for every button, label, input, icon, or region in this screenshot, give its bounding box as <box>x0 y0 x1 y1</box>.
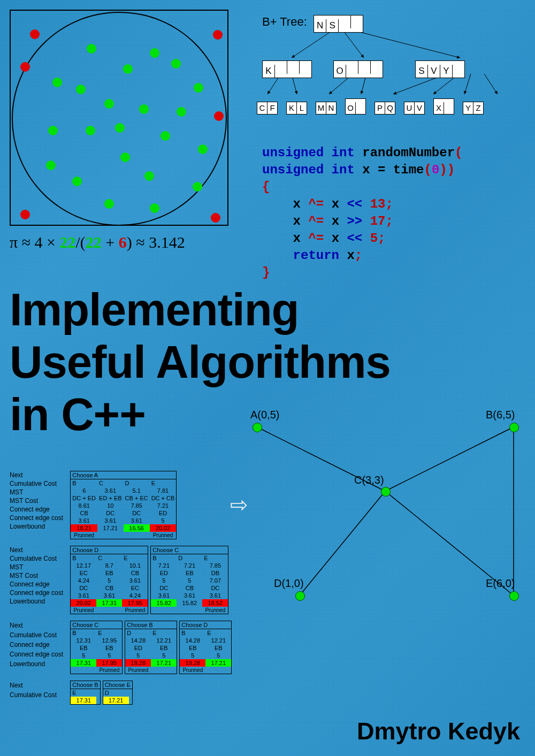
green-dot <box>86 126 95 135</box>
bb-row-labels: NextCumulative CostMSTMST CostConnect ed… <box>10 546 68 606</box>
green-dot <box>120 152 130 162</box>
graph-diagram: A(0,5)B(6,5)C(3,3)D(1,0)E(6,0) <box>246 407 524 615</box>
green-dot <box>76 85 86 94</box>
graph-node-label: D(1,0) <box>274 577 304 590</box>
red-dot <box>214 111 224 121</box>
mc-circle <box>12 12 227 226</box>
svg-line-12 <box>385 427 514 491</box>
graph-node <box>509 591 519 601</box>
green-dot <box>123 64 133 74</box>
btree-node: MN <box>316 102 337 114</box>
graph-node-label: E(6,0) <box>486 577 515 590</box>
red-dot <box>30 29 40 39</box>
graph-node <box>295 591 305 601</box>
monte-carlo-diagram: π ≈ 4 × 22/(22 + 6) ≈ 3.142 <box>10 10 228 251</box>
green-dot <box>115 123 125 133</box>
green-dot <box>198 144 208 154</box>
graph-node-label: A(0,5) <box>250 409 279 421</box>
bb-table: Choose BE17.31 <box>70 681 100 705</box>
svg-line-2 <box>356 31 460 58</box>
bb-table: Choose BDE14.2812.21EDEB5519.2817.21Prun… <box>125 621 177 674</box>
red-dot <box>20 210 30 219</box>
author-name: Dmytro Kedyk <box>357 717 520 745</box>
btree-diagram: B+ Tree: NS KOSVY CFKLMNOPQUVXYZ <box>262 15 524 114</box>
green-dot <box>160 131 170 141</box>
red-dot <box>211 213 220 223</box>
green-dot <box>104 99 114 109</box>
graph-node <box>381 487 391 497</box>
btree-label: B+ Tree: <box>262 15 307 29</box>
green-dot <box>177 107 186 117</box>
bb-row-labels: NextCumulative Cost <box>10 681 68 700</box>
btree-node: SVY <box>415 60 465 78</box>
green-dot <box>72 177 82 186</box>
green-dot <box>194 83 203 93</box>
green-dot <box>52 78 62 87</box>
pi-formula: π ≈ 4 × 22/(22 + 6) ≈ 3.142 <box>10 233 228 251</box>
green-dot <box>139 104 149 114</box>
code-snippet: unsigned int randomNumber( unsigned int … <box>262 144 462 281</box>
btree-node: PQ <box>374 102 395 114</box>
bb-table: Choose ABCDE63.615.17.81DC + EDED + EBCB… <box>70 471 177 539</box>
btree-node: X <box>433 98 454 114</box>
bb-row-labels: NextCumulative CostConnect edgeConnect e… <box>10 621 68 669</box>
graph-node-label: C(3,3) <box>354 474 384 486</box>
svg-line-1 <box>343 31 364 58</box>
bb-row-labels: NextCumulative CostMSTMST CostConnect ed… <box>10 471 68 531</box>
red-dot <box>20 62 30 72</box>
green-dot <box>104 199 114 209</box>
green-dot <box>46 161 56 170</box>
svg-line-13 <box>300 491 385 595</box>
green-dot <box>171 59 181 68</box>
green-dot <box>150 48 159 58</box>
bb-table: Choose ED17.21 <box>103 681 133 705</box>
btree-node: UV <box>404 102 425 114</box>
bb-table: Choose DBCE12.178.710.1ECEBCB4.2453.61DC… <box>70 546 148 614</box>
btree-node: CF <box>257 102 278 114</box>
bb-table: Choose DBE14.2812.21EBEB5519.2817.21Prun… <box>179 621 232 674</box>
bb-table: Choose CBDE7.217.217.85EDEBDB557.07DCCBD… <box>150 546 228 614</box>
bb-table: Choose CBE12.3112.95EBEB5517.3117.95Prun… <box>70 621 123 674</box>
btree-node: YZ <box>463 102 484 114</box>
branch-bound-tables: NextCumulative CostMSTMST CostConnect ed… <box>10 471 234 708</box>
btree-node: K <box>262 60 312 78</box>
graph-node <box>253 423 262 432</box>
btree-node: O <box>333 60 383 78</box>
green-dot <box>87 44 96 54</box>
green-dot <box>150 203 159 213</box>
btree-root: NS <box>314 15 363 33</box>
graph-node-label: B(6,5) <box>486 409 515 421</box>
mc-square <box>10 10 228 226</box>
green-dot <box>144 171 154 181</box>
btree-node: O <box>345 98 366 114</box>
green-dot <box>48 126 58 135</box>
red-dot <box>213 30 223 40</box>
graph-node <box>509 423 519 432</box>
green-dot <box>193 182 202 192</box>
btree-node: KL <box>286 102 307 114</box>
svg-line-0 <box>292 31 332 58</box>
